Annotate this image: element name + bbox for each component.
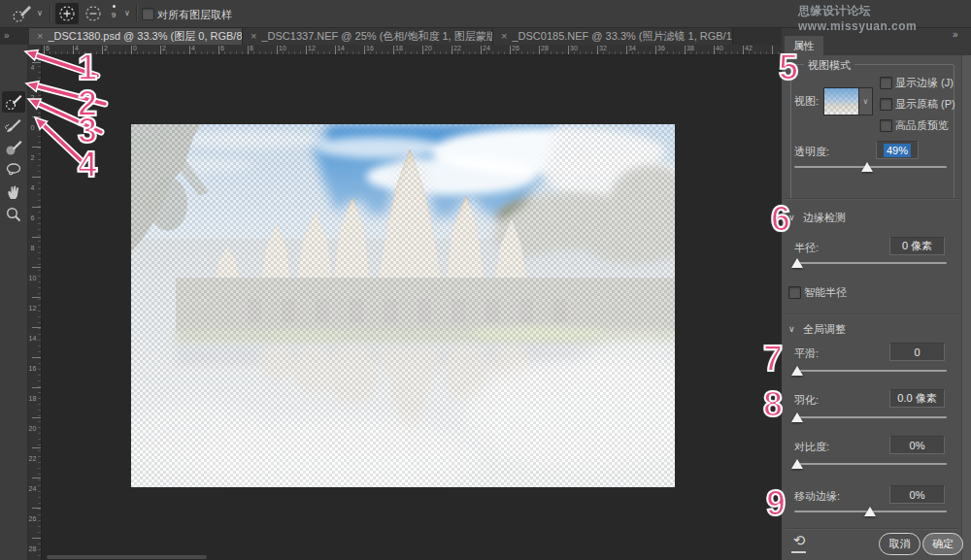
- view-mode-dropdown[interactable]: ∨: [859, 87, 873, 115]
- radius-slider[interactable]: [794, 257, 947, 269]
- brush-size-chevron-icon[interactable]: ∨: [124, 10, 130, 17]
- refine-edge-brush-tool-button[interactable]: [2, 115, 25, 136]
- chevron-down-icon[interactable]: ∨: [788, 324, 795, 334]
- contrast-input[interactable]: 0%: [889, 436, 945, 454]
- annotation-number-9: 9: [766, 486, 786, 521]
- refine-edge-brush-icon: [4, 115, 23, 135]
- hand-icon: [5, 183, 22, 201]
- view-mode-thumbnail[interactable]: [823, 87, 859, 115]
- tab-overflow-icon[interactable]: »: [4, 30, 10, 41]
- photoshop-select-and-mask-window: ∨ 9 ∨ 对所有图层取样 思缘设计论坛 www.missyuan.com » …: [0, 0, 971, 560]
- ruler-label: 28: [541, 45, 549, 52]
- subtract-from-selection-button[interactable]: [82, 3, 105, 24]
- ruler-label: 18: [395, 45, 403, 52]
- brush-size-dot-icon: [113, 5, 116, 8]
- panel-collapse-icon[interactable]: »: [953, 29, 958, 40]
- ruler-label: 14: [28, 335, 37, 342]
- hand-tool-button[interactable]: [2, 181, 25, 203]
- feather-input[interactable]: 0.0 像素: [889, 389, 945, 408]
- lasso-tool-button[interactable]: [2, 159, 25, 181]
- ruler-corner: [27, 45, 42, 55]
- ok-button[interactable]: 确定: [922, 533, 963, 555]
- slider-thumb[interactable]: [791, 366, 803, 376]
- ruler-label: 0: [28, 124, 37, 131]
- shift-edge-slider[interactable]: [794, 506, 947, 517]
- ruler-label: 2: [28, 94, 37, 101]
- radius-input[interactable]: 0 像素: [889, 237, 945, 255]
- slider-track: [794, 463, 947, 465]
- slider-thumb[interactable]: [791, 412, 803, 422]
- toolbar-separator: [136, 5, 138, 22]
- ruler-label: 38: [686, 45, 694, 52]
- smart-radius-checkbox[interactable]: [788, 286, 801, 299]
- sample-all-layers-label: 对所有图层取样: [157, 8, 232, 22]
- canvas-scrollbar[interactable]: [47, 555, 207, 559]
- document-tab-1[interactable]: × _DSC1380.psd @ 33.3% (图层 0, RGB/8*) *: [29, 27, 243, 45]
- ruler-label: 16: [366, 45, 374, 52]
- annotation-number-6: 6: [771, 202, 790, 237]
- ruler-label: 28: [28, 545, 37, 552]
- reset-button[interactable]: ⟲: [789, 532, 809, 553]
- options-bar: ∨ 9 ∨ 对所有图层取样 思缘设计论坛 www.missyuan.com: [0, 0, 971, 28]
- sample-all-layers-checkbox[interactable]: [142, 8, 154, 20]
- ruler-label: 26: [28, 515, 37, 522]
- ruler-label: 22: [28, 455, 37, 462]
- ruler-label: 20: [424, 45, 432, 52]
- tool-column: [0, 45, 28, 560]
- document-tab-title: _DSC1380.psd @ 33.3% (图层 0, RGB/8*) *: [48, 29, 243, 44]
- show-edge-checkbox[interactable]: [880, 77, 892, 89]
- brush-icon: [4, 138, 23, 157]
- slider-thumb[interactable]: [864, 507, 876, 516]
- brush-dropdown-chevron-icon[interactable]: ∨: [37, 10, 43, 17]
- smooth-input[interactable]: 0: [889, 343, 945, 361]
- contrast-label: 对比度:: [794, 440, 829, 454]
- show-original-checkbox[interactable]: [880, 98, 892, 111]
- slider-thumb[interactable]: [791, 258, 803, 268]
- document-image[interactable]: [131, 124, 675, 487]
- ruler-label: 4: [28, 184, 37, 191]
- document-tab-2[interactable]: × _DSC1337.NEF @ 25% (色相/饱和度 1, 图层蒙版/16)…: [243, 27, 493, 45]
- cancel-button[interactable]: 取消: [879, 533, 921, 555]
- edge-detection-title[interactable]: 边缘检测: [803, 211, 846, 225]
- ruler-label: 6: [220, 45, 224, 52]
- show-original-label: 显示原稿 (P): [895, 97, 955, 112]
- vertical-ruler: 420246810121416182022242628: [27, 54, 42, 560]
- slider-thumb[interactable]: [861, 162, 873, 172]
- brush-size-widget[interactable]: 9: [109, 5, 118, 19]
- ruler-label: 4: [191, 45, 195, 52]
- footer-divider: [786, 528, 958, 530]
- close-icon[interactable]: ×: [37, 30, 43, 42]
- view-label: 视图:: [794, 94, 819, 109]
- close-icon[interactable]: ×: [501, 30, 507, 42]
- document-tab-title: _DSC1337.NEF @ 25% (色相/饱和度 1, 图层蒙版/16) *: [261, 29, 493, 44]
- panel-scrollbar[interactable]: [961, 55, 971, 560]
- high-quality-preview-label: 高品质预览: [895, 118, 949, 133]
- global-adjust-title[interactable]: 全局调整: [803, 322, 846, 337]
- ruler-label: 24: [28, 485, 37, 492]
- high-quality-preview-checkbox[interactable]: [880, 119, 892, 132]
- ruler-label: 2: [162, 45, 166, 52]
- shift-edge-input[interactable]: 0%: [889, 485, 945, 504]
- quick-selection-tool-button[interactable]: [2, 91, 25, 113]
- document-tab-3[interactable]: × _DSC0185.NEF @ 33.3% (照片滤镜 1, RGB/16) …: [493, 27, 733, 45]
- transparency-slider[interactable]: [794, 161, 947, 173]
- ruler-label: 12: [28, 305, 37, 312]
- ruler-label: 26: [512, 45, 519, 52]
- current-brush-icon[interactable]: [10, 3, 35, 28]
- add-to-selection-button[interactable]: [55, 3, 79, 24]
- brush-tool-button[interactable]: [2, 137, 25, 158]
- contrast-slider[interactable]: [794, 458, 947, 470]
- document-tab-bar: » × _DSC1380.psd @ 33.3% (图层 0, RGB/8*) …: [0, 27, 782, 45]
- zoom-tool-button[interactable]: [2, 204, 25, 225]
- ruler-label: 6: [28, 214, 37, 221]
- ruler-label: 10: [279, 45, 286, 52]
- annotation-number-4: 4: [78, 148, 97, 182]
- ruler-label: 8: [250, 45, 253, 52]
- slider-thumb[interactable]: [791, 459, 803, 469]
- close-icon[interactable]: ×: [251, 30, 256, 42]
- horizontal-ruler: 6420246810121416182022242628303234363840…: [27, 45, 782, 55]
- transparency-input[interactable]: 49%: [876, 141, 919, 159]
- annotation-number-5: 5: [779, 50, 798, 85]
- feather-slider[interactable]: [794, 412, 947, 423]
- smooth-slider[interactable]: [794, 365, 947, 377]
